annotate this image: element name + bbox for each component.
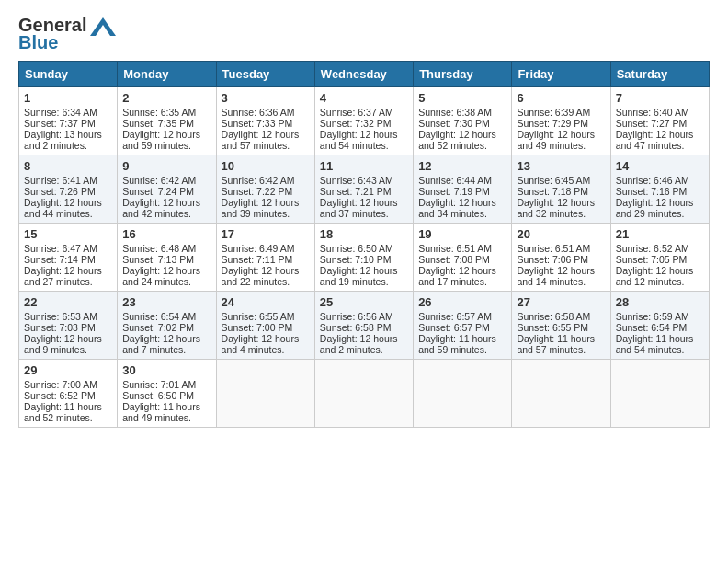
sunset-text: Sunset: 6:52 PM bbox=[24, 390, 96, 401]
calendar-cell: 11Sunrise: 6:43 AMSunset: 7:21 PMDayligh… bbox=[314, 155, 413, 224]
sunrise-text: Sunrise: 6:37 AM bbox=[320, 107, 393, 118]
daylight-text: Daylight: 12 hours and 34 minutes. bbox=[418, 197, 496, 219]
sunrise-text: Sunrise: 6:51 AM bbox=[418, 243, 492, 254]
calendar-cell: 21Sunrise: 6:52 AMSunset: 7:05 PMDayligh… bbox=[610, 224, 709, 292]
calendar-cell: 5Sunrise: 6:38 AMSunset: 7:30 PMDaylight… bbox=[414, 87, 512, 155]
day-of-week-header: Wednesday bbox=[314, 62, 413, 87]
daylight-text: Daylight: 12 hours and 42 minutes. bbox=[122, 197, 200, 219]
sunrise-text: Sunrise: 6:46 AM bbox=[616, 175, 689, 186]
daylight-text: Daylight: 11 hours and 59 minutes. bbox=[418, 333, 496, 355]
day-number: 14 bbox=[616, 159, 704, 173]
calendar-cell bbox=[414, 360, 512, 428]
daylight-text: Daylight: 12 hours and 29 minutes. bbox=[616, 197, 694, 219]
calendar-cell: 30Sunrise: 7:01 AMSunset: 6:50 PMDayligh… bbox=[118, 360, 216, 428]
sunrise-text: Sunrise: 6:34 AM bbox=[24, 107, 97, 118]
sunrise-text: Sunrise: 6:42 AM bbox=[122, 175, 196, 186]
day-number: 5 bbox=[418, 91, 506, 105]
sunset-text: Sunset: 7:27 PM bbox=[616, 118, 688, 129]
daylight-text: Daylight: 11 hours and 54 minutes. bbox=[616, 333, 694, 355]
sunset-text: Sunset: 7:21 PM bbox=[320, 186, 392, 197]
calendar-cell: 26Sunrise: 6:57 AMSunset: 6:57 PMDayligh… bbox=[414, 292, 512, 360]
calendar-cell bbox=[314, 360, 413, 428]
sunrise-text: Sunrise: 6:50 AM bbox=[320, 243, 393, 254]
calendar-cell: 10Sunrise: 6:42 AMSunset: 7:22 PMDayligh… bbox=[216, 155, 314, 224]
day-number: 13 bbox=[517, 159, 605, 173]
day-number: 27 bbox=[517, 295, 605, 309]
daylight-text: Daylight: 12 hours and 14 minutes. bbox=[517, 265, 595, 287]
sunset-text: Sunset: 7:26 PM bbox=[24, 186, 96, 197]
sunset-text: Sunset: 7:02 PM bbox=[122, 322, 194, 333]
sunrise-text: Sunrise: 7:00 AM bbox=[24, 379, 97, 390]
day-number: 7 bbox=[616, 91, 704, 105]
day-number: 29 bbox=[24, 363, 112, 377]
sunrise-text: Sunrise: 6:52 AM bbox=[616, 243, 689, 254]
calendar-cell: 9Sunrise: 6:42 AMSunset: 7:24 PMDaylight… bbox=[118, 155, 216, 224]
day-number: 17 bbox=[222, 227, 310, 241]
sunset-text: Sunset: 7:14 PM bbox=[24, 254, 96, 265]
day-number: 21 bbox=[616, 227, 704, 241]
sunset-text: Sunset: 7:11 PM bbox=[222, 254, 293, 265]
sunset-text: Sunset: 7:13 PM bbox=[122, 254, 194, 265]
calendar-cell: 18Sunrise: 6:50 AMSunset: 7:10 PMDayligh… bbox=[314, 224, 413, 292]
sunrise-text: Sunrise: 6:43 AM bbox=[320, 175, 393, 186]
daylight-text: Daylight: 12 hours and 4 minutes. bbox=[222, 333, 300, 355]
daylight-text: Daylight: 12 hours and 19 minutes. bbox=[320, 265, 398, 287]
sunrise-text: Sunrise: 6:57 AM bbox=[418, 311, 492, 322]
daylight-text: Daylight: 12 hours and 27 minutes. bbox=[24, 265, 102, 287]
day-number: 4 bbox=[320, 91, 408, 105]
sunrise-text: Sunrise: 6:55 AM bbox=[222, 311, 295, 322]
calendar-cell: 16Sunrise: 6:48 AMSunset: 7:13 PMDayligh… bbox=[118, 224, 216, 292]
sunset-text: Sunset: 7:08 PM bbox=[418, 254, 490, 265]
sunrise-text: Sunrise: 6:40 AM bbox=[616, 107, 689, 118]
daylight-text: Daylight: 12 hours and 52 minutes. bbox=[418, 129, 496, 151]
daylight-text: Daylight: 11 hours and 52 minutes. bbox=[24, 401, 102, 423]
sunrise-text: Sunrise: 6:47 AM bbox=[24, 243, 97, 254]
calendar-cell: 23Sunrise: 6:54 AMSunset: 7:02 PMDayligh… bbox=[118, 292, 216, 360]
daylight-text: Daylight: 11 hours and 49 minutes. bbox=[122, 401, 200, 423]
calendar-cell: 15Sunrise: 6:47 AMSunset: 7:14 PMDayligh… bbox=[19, 224, 118, 292]
calendar-header-row: SundayMondayTuesdayWednesdayThursdayFrid… bbox=[19, 62, 710, 87]
sunset-text: Sunset: 7:00 PM bbox=[222, 322, 293, 333]
day-number: 19 bbox=[418, 227, 506, 241]
sunrise-text: Sunrise: 6:58 AM bbox=[517, 311, 590, 322]
logo: General Blue bbox=[18, 15, 116, 53]
calendar-cell: 19Sunrise: 6:51 AMSunset: 7:08 PMDayligh… bbox=[414, 224, 512, 292]
sunrise-text: Sunrise: 6:53 AM bbox=[24, 311, 97, 322]
calendar-cell: 29Sunrise: 7:00 AMSunset: 6:52 PMDayligh… bbox=[19, 360, 118, 428]
day-number: 20 bbox=[517, 227, 605, 241]
logo-icon bbox=[90, 17, 116, 36]
daylight-text: Daylight: 12 hours and 24 minutes. bbox=[122, 265, 200, 287]
daylight-text: Daylight: 12 hours and 37 minutes. bbox=[320, 197, 398, 219]
calendar-week-row: 1Sunrise: 6:34 AMSunset: 7:37 PMDaylight… bbox=[19, 87, 710, 155]
calendar-week-row: 15Sunrise: 6:47 AMSunset: 7:14 PMDayligh… bbox=[19, 224, 710, 292]
day-number: 3 bbox=[222, 91, 310, 105]
calendar-cell: 24Sunrise: 6:55 AMSunset: 7:00 PMDayligh… bbox=[216, 292, 314, 360]
sunrise-text: Sunrise: 6:36 AM bbox=[222, 107, 295, 118]
sunrise-text: Sunrise: 6:59 AM bbox=[616, 311, 689, 322]
sunrise-text: Sunrise: 6:38 AM bbox=[418, 107, 492, 118]
day-number: 6 bbox=[517, 91, 605, 105]
day-of-week-header: Tuesday bbox=[216, 62, 314, 87]
sunset-text: Sunset: 6:50 PM bbox=[122, 390, 194, 401]
sunset-text: Sunset: 7:22 PM bbox=[222, 186, 293, 197]
calendar-cell bbox=[216, 360, 314, 428]
sunrise-text: Sunrise: 6:44 AM bbox=[418, 175, 492, 186]
sunrise-text: Sunrise: 6:48 AM bbox=[122, 243, 196, 254]
day-of-week-header: Thursday bbox=[414, 62, 512, 87]
sunset-text: Sunset: 7:33 PM bbox=[222, 118, 293, 129]
daylight-text: Daylight: 12 hours and 12 minutes. bbox=[616, 265, 694, 287]
calendar-cell: 14Sunrise: 6:46 AMSunset: 7:16 PMDayligh… bbox=[610, 155, 709, 224]
day-number: 9 bbox=[122, 159, 210, 173]
page-header: General Blue bbox=[18, 15, 710, 53]
daylight-text: Daylight: 12 hours and 2 minutes. bbox=[320, 333, 398, 355]
sunset-text: Sunset: 6:55 PM bbox=[517, 322, 588, 333]
sunset-text: Sunset: 7:32 PM bbox=[320, 118, 392, 129]
day-number: 12 bbox=[418, 159, 506, 173]
daylight-text: Daylight: 13 hours and 2 minutes. bbox=[24, 129, 102, 151]
calendar-body: 1Sunrise: 6:34 AMSunset: 7:37 PMDaylight… bbox=[19, 87, 710, 428]
calendar-cell: 28Sunrise: 6:59 AMSunset: 6:54 PMDayligh… bbox=[610, 292, 709, 360]
daylight-text: Daylight: 12 hours and 44 minutes. bbox=[24, 197, 102, 219]
day-number: 15 bbox=[24, 227, 112, 241]
day-of-week-header: Monday bbox=[118, 62, 216, 87]
calendar-cell: 3Sunrise: 6:36 AMSunset: 7:33 PMDaylight… bbox=[216, 87, 314, 155]
